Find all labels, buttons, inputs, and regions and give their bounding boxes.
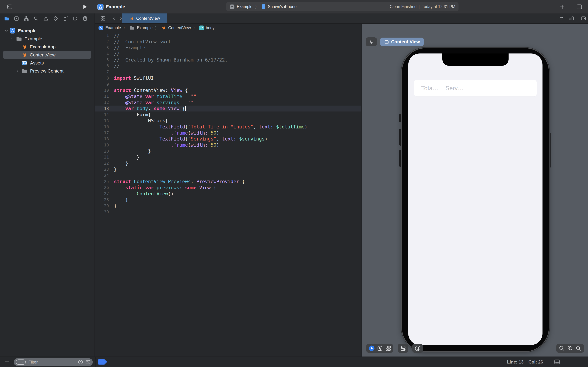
zoom-out-button[interactable] bbox=[559, 345, 565, 351]
code-line-24[interactable]: 24 bbox=[95, 172, 361, 178]
line-number[interactable]: 18 bbox=[95, 137, 109, 141]
tree-item-example[interactable]: Example bbox=[0, 35, 95, 43]
activity-status[interactable]: Clean Finished | Today at 12:31 PM bbox=[390, 4, 455, 9]
find-navigator-icon[interactable] bbox=[33, 16, 39, 21]
line-number[interactable]: 8 bbox=[95, 76, 109, 80]
pin-preview-button[interactable] bbox=[366, 37, 377, 46]
selectable-mode-button[interactable] bbox=[377, 345, 383, 351]
navigator-filter-field[interactable]: Filter bbox=[14, 358, 93, 366]
code-line-30[interactable]: 30 bbox=[95, 209, 361, 215]
source-control-navigator-icon[interactable] bbox=[14, 16, 19, 21]
line-number[interactable]: 20 bbox=[95, 149, 109, 153]
code-line-19[interactable]: 19 .frame(width: 50) bbox=[95, 142, 361, 148]
symbols-navigator-icon[interactable] bbox=[24, 16, 29, 21]
line-number[interactable]: 23 bbox=[95, 167, 109, 172]
jump-bar[interactable]: Example〉Example〉ContentView〉Pbody bbox=[95, 24, 361, 32]
recents-clock-icon[interactable] bbox=[78, 359, 83, 365]
line-number[interactable]: 2 bbox=[95, 39, 109, 44]
line-number[interactable]: 21 bbox=[95, 155, 109, 159]
code-line-6[interactable]: 6// bbox=[95, 63, 361, 69]
line-number[interactable]: 1 bbox=[95, 33, 109, 38]
code-line-25[interactable]: 25struct ContentView_Previews: PreviewPr… bbox=[95, 178, 361, 184]
scheme-selector[interactable]: Example 〉 Shawn's iPhone Clean Finished … bbox=[226, 2, 458, 11]
tests-navigator-icon[interactable] bbox=[53, 16, 59, 21]
line-number[interactable]: 11 bbox=[95, 94, 109, 99]
line-number[interactable]: 17 bbox=[95, 131, 109, 135]
zoom-actual-button[interactable] bbox=[567, 345, 573, 351]
iphone-screen[interactable]: Tota… Serv… bbox=[408, 53, 543, 345]
code-line-3[interactable]: 3// Example bbox=[95, 45, 361, 51]
inspector-toggle-icon[interactable] bbox=[575, 4, 583, 10]
flatten-toggle-icon[interactable] bbox=[85, 359, 91, 365]
code-line-12[interactable]: 12 @State var servings = "" bbox=[95, 100, 361, 106]
line-number[interactable]: 19 bbox=[95, 143, 109, 147]
line-number[interactable]: 25 bbox=[95, 179, 109, 184]
line-number[interactable]: 30 bbox=[95, 210, 109, 214]
reports-navigator-icon[interactable] bbox=[82, 16, 88, 21]
code-line-4[interactable]: 4// bbox=[95, 51, 361, 57]
code-line-17[interactable]: 17 .frame(width: 50) bbox=[95, 130, 361, 136]
jumpbar-item-example[interactable]: Example bbox=[129, 25, 152, 30]
issues-navigator-icon[interactable] bbox=[43, 16, 49, 21]
source-editor[interactable]: 1//2// ContentView.swift3// Example4//5/… bbox=[95, 33, 361, 357]
zoom-in-button[interactable] bbox=[576, 345, 581, 351]
disclosure-open-icon[interactable] bbox=[4, 29, 9, 33]
tab-contentview[interactable]: ContentView bbox=[122, 13, 167, 23]
live-preview-button[interactable] bbox=[368, 345, 375, 352]
hide-bottom-bar-icon[interactable] bbox=[553, 359, 561, 365]
disclosure-closed-icon[interactable] bbox=[15, 69, 20, 73]
code-line-21[interactable]: 21 } bbox=[95, 154, 361, 160]
line-number[interactable]: 5 bbox=[95, 58, 109, 62]
device-settings-button[interactable] bbox=[400, 345, 406, 351]
code-line-2[interactable]: 2// ContentView.swift bbox=[95, 39, 361, 45]
tree-item-assets[interactable]: Assets bbox=[0, 59, 95, 67]
variants-button[interactable] bbox=[385, 345, 391, 351]
line-number[interactable]: 4 bbox=[95, 51, 109, 56]
line-number[interactable]: 3 bbox=[95, 45, 109, 50]
preview-form-row[interactable]: Tota… Serv… bbox=[414, 80, 537, 96]
preview-device-button[interactable]: Content View bbox=[380, 38, 424, 46]
code-line-11[interactable]: 11 @State var totalTime = "" bbox=[95, 93, 361, 100]
project-navigator-icon[interactable] bbox=[4, 16, 10, 21]
back-chevron-icon[interactable] bbox=[112, 16, 116, 21]
code-line-16[interactable]: 16 TextField("Total Time in Minutes", te… bbox=[95, 124, 361, 130]
line-number[interactable]: 16 bbox=[95, 125, 109, 129]
breakpoints-navigator-icon[interactable] bbox=[72, 16, 78, 21]
sidebar-toggle-icon[interactable] bbox=[6, 4, 13, 10]
jumpbar-item-example[interactable]: Example bbox=[98, 25, 121, 31]
line-number[interactable]: 10 bbox=[95, 88, 109, 93]
code-line-8[interactable]: 8import SwiftUI bbox=[95, 75, 361, 81]
library-add-icon[interactable] bbox=[559, 4, 565, 10]
code-line-22[interactable]: 22 } bbox=[95, 160, 361, 166]
servings-textfield-placeholder[interactable]: Serv… bbox=[445, 85, 464, 92]
disclosure-open-icon[interactable] bbox=[10, 37, 14, 41]
line-number[interactable]: 6 bbox=[95, 64, 109, 68]
line-number[interactable]: 28 bbox=[95, 198, 109, 202]
line-number[interactable]: 9 bbox=[95, 82, 109, 86]
line-number[interactable]: 27 bbox=[95, 191, 109, 196]
device-bezel-button[interactable] bbox=[415, 345, 421, 351]
tree-item-exampleapp[interactable]: ExampleApp bbox=[0, 43, 95, 51]
line-number[interactable]: 13 bbox=[95, 106, 109, 111]
line-number[interactable]: 26 bbox=[95, 185, 109, 190]
tree-item-preview-content[interactable]: Preview Content bbox=[0, 67, 95, 75]
code-line-27[interactable]: 27 ContentView() bbox=[95, 191, 361, 197]
code-line-28[interactable]: 28 } bbox=[95, 197, 361, 203]
totaltime-textfield-placeholder[interactable]: Tota… bbox=[421, 85, 438, 92]
line-number[interactable]: 24 bbox=[95, 173, 109, 178]
swap-editors-icon[interactable] bbox=[559, 16, 565, 21]
code-line-15[interactable]: 15 HStack{ bbox=[95, 118, 361, 124]
code-line-10[interactable]: 10struct ContentView: View { bbox=[95, 87, 361, 93]
add-item-icon[interactable] bbox=[4, 359, 10, 365]
code-line-26[interactable]: 26 static var previews: some View { bbox=[95, 184, 361, 191]
code-line-7[interactable]: 7 bbox=[95, 69, 361, 75]
code-line-13[interactable]: 13 var body: some View { bbox=[95, 106, 361, 112]
code-line-5[interactable]: 5// Created by Shawn Burnham on 6/17/22. bbox=[95, 57, 361, 63]
jumpbar-item-body[interactable]: Pbody bbox=[199, 25, 215, 30]
line-number[interactable]: 7 bbox=[95, 70, 109, 74]
code-line-1[interactable]: 1// bbox=[95, 33, 361, 39]
line-number[interactable]: 29 bbox=[95, 204, 109, 208]
code-line-18[interactable]: 18 TextField("Servings", text: $servings… bbox=[95, 136, 361, 142]
line-number[interactable]: 15 bbox=[95, 118, 109, 123]
code-line-9[interactable]: 9 bbox=[95, 81, 361, 87]
